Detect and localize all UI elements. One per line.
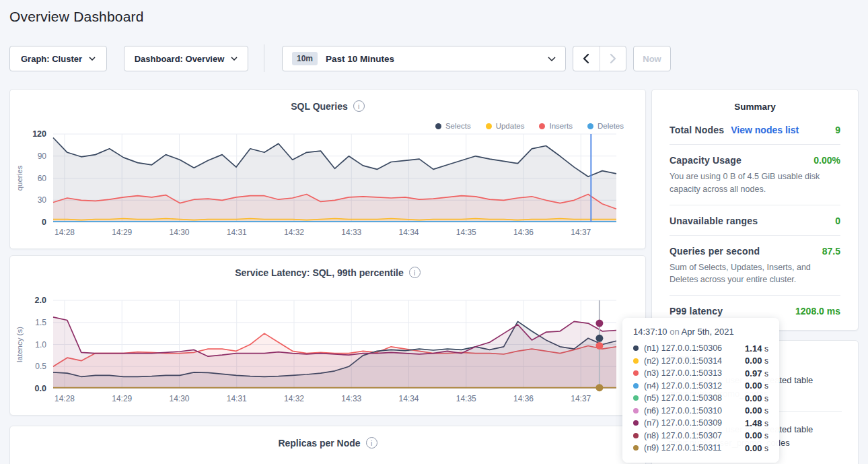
- tooltip-row: (n9) 127.0.0.1:503110.00 s: [633, 442, 768, 455]
- tooltip-row: (n7) 127.0.0.1:503091.48 s: [633, 417, 768, 430]
- chevron-down-icon: [231, 57, 238, 61]
- node-color-dot: [633, 383, 639, 389]
- svg-text:14:36: 14:36: [513, 394, 534, 403]
- time-range-label: Past 10 Minutes: [326, 54, 394, 64]
- svg-text:2.0: 2.0: [35, 296, 46, 305]
- node-color-dot: [633, 420, 639, 426]
- svg-text:14:32: 14:32: [284, 394, 304, 403]
- legend-item-inserts[interactable]: Inserts: [539, 122, 573, 130]
- next-time-button[interactable]: [600, 46, 626, 71]
- summary-row-unavailable-ranges: Unavailable ranges 0: [670, 205, 840, 236]
- tooltip-row: (n2) 127.0.0.1:503140.00 s: [633, 355, 768, 368]
- service-latency-card: Service Latency: SQL, 99th percentile i …: [9, 255, 646, 416]
- legend-item-selects[interactable]: Selects: [435, 122, 471, 130]
- svg-text:0.5: 0.5: [35, 362, 46, 371]
- sql-queries-chart-title: SQL Queries: [291, 101, 348, 112]
- svg-text:30: 30: [38, 195, 47, 205]
- svg-text:14:33: 14:33: [341, 228, 361, 237]
- series-color-dot: [587, 123, 593, 129]
- node-color-dot: [633, 345, 639, 351]
- svg-text:120: 120: [32, 130, 46, 139]
- svg-text:latency (s): latency (s): [15, 327, 24, 362]
- svg-text:1.5: 1.5: [35, 318, 46, 327]
- svg-text:60: 60: [38, 174, 47, 183]
- series-color-dot: [435, 123, 441, 129]
- svg-text:14:34: 14:34: [398, 394, 419, 403]
- view-nodes-list-link[interactable]: View nodes list: [731, 125, 799, 135]
- chevron-down-icon: [89, 57, 96, 61]
- node-color-dot: [633, 370, 639, 376]
- legend-item-deletes[interactable]: Deletes: [587, 122, 624, 130]
- sql-queries-legend: Selects Updates Inserts Deletes: [435, 122, 624, 130]
- page-title: Overview Dashboard: [9, 9, 144, 25]
- info-icon[interactable]: i: [366, 437, 377, 449]
- summary-label: Unavailable ranges: [670, 216, 758, 226]
- graph-scope-dropdown[interactable]: Graph: Cluster: [9, 46, 107, 71]
- series-color-dot: [486, 123, 492, 129]
- svg-text:14:30: 14:30: [169, 394, 189, 403]
- summary-row-capacity-usage: Capacity Usage 0.00% You are using 0 B o…: [670, 145, 840, 205]
- svg-text:queries: queries: [15, 165, 24, 191]
- chart-hover-tooltip: 14:37:10 on Apr 5th, 2021 (n1) 127.0.0.1…: [622, 318, 779, 463]
- chevron-right-icon: [610, 53, 616, 64]
- summary-value: 87.5: [822, 246, 840, 257]
- summary-row-total-nodes: Total Nodes View nodes list 9: [670, 114, 840, 145]
- node-color-dot: [633, 395, 639, 401]
- summary-panel: Summary Total Nodes View nodes list 9 Ca…: [651, 89, 859, 331]
- summary-subtext: Sum of Selects, Updates, Inserts, and De…: [670, 261, 840, 287]
- series-color-dot: [539, 123, 545, 129]
- service-latency-chart[interactable]: 14:2814:2914:3014:3114:3214:3314:3414:35…: [10, 296, 647, 407]
- svg-text:14:33: 14:33: [341, 394, 361, 403]
- tooltip-row: (n5) 127.0.0.1:503080.00 s: [633, 392, 768, 405]
- legend-item-updates[interactable]: Updates: [486, 122, 525, 130]
- dashboard-dropdown[interactable]: Dashboard: Overview: [124, 46, 248, 71]
- svg-text:14:35: 14:35: [456, 394, 476, 403]
- tooltip-row: (n1) 127.0.0.1:503061.14 s: [633, 342, 768, 355]
- now-button[interactable]: Now: [633, 46, 671, 71]
- tooltip-row: (n8) 127.0.0.1:503070.00 s: [633, 430, 768, 442]
- chevron-left-icon: [583, 53, 589, 64]
- sql-queries-chart[interactable]: 14:2814:2914:3014:3114:3214:3314:3414:35…: [10, 130, 647, 241]
- svg-text:14:30: 14:30: [169, 228, 189, 237]
- svg-text:0.0: 0.0: [35, 384, 46, 393]
- svg-text:14:35: 14:35: [456, 228, 476, 237]
- node-color-dot: [633, 433, 639, 438]
- chevron-down-icon: [548, 57, 556, 61]
- svg-text:14:29: 14:29: [112, 394, 132, 403]
- summary-value: 0.00%: [813, 155, 840, 166]
- svg-text:14:37: 14:37: [571, 394, 591, 403]
- svg-text:14:28: 14:28: [55, 394, 75, 403]
- svg-text:14:37: 14:37: [571, 228, 591, 237]
- prev-time-button[interactable]: [573, 46, 600, 71]
- svg-text:14:31: 14:31: [227, 228, 247, 237]
- node-color-dot: [633, 358, 639, 364]
- controls-divider: [264, 44, 264, 72]
- node-color-dot: [633, 408, 639, 413]
- tooltip-row: (n6) 127.0.0.1:503100.00 s: [633, 405, 768, 418]
- info-icon[interactable]: i: [409, 267, 421, 278]
- tooltip-row: (n3) 127.0.0.1:503130.97 s: [633, 367, 768, 380]
- summary-label: Queries per second: [670, 246, 760, 257]
- tooltip-row: (n4) 127.0.0.1:503120.00 s: [633, 380, 768, 393]
- sql-queries-card: SQL Queries i Selects Updates Inserts De…: [9, 89, 646, 249]
- summary-label: Total Nodes: [670, 125, 724, 135]
- summary-value: 0: [835, 216, 840, 226]
- svg-text:14:29: 14:29: [112, 228, 132, 237]
- svg-text:1.0: 1.0: [35, 340, 46, 350]
- time-range-selector[interactable]: 10m Past 10 Minutes: [282, 46, 566, 71]
- summary-row-queries-per-second: Queries per second 87.5 Sum of Selects, …: [670, 236, 840, 296]
- svg-text:14:28: 14:28: [55, 228, 75, 237]
- summary-value: 9: [835, 125, 840, 135]
- svg-text:14:31: 14:31: [227, 394, 247, 403]
- time-range-badge: 10m: [292, 52, 318, 65]
- graph-scope-dropdown-label: Graph: Cluster: [21, 54, 82, 64]
- summary-panel-title: Summary: [652, 90, 858, 112]
- dashboard-dropdown-label: Dashboard: Overview: [135, 54, 225, 64]
- replicas-per-node-card: Replicas per Node i: [9, 426, 646, 464]
- info-icon[interactable]: i: [353, 100, 365, 112]
- replicas-chart-title: Replicas per Node: [278, 438, 360, 449]
- overview-dashboard-page: Overview Dashboard Graph: Cluster Dashbo…: [0, 0, 868, 464]
- node-color-dot: [633, 445, 639, 451]
- svg-text:14:36: 14:36: [513, 228, 534, 237]
- svg-text:14:32: 14:32: [284, 228, 304, 237]
